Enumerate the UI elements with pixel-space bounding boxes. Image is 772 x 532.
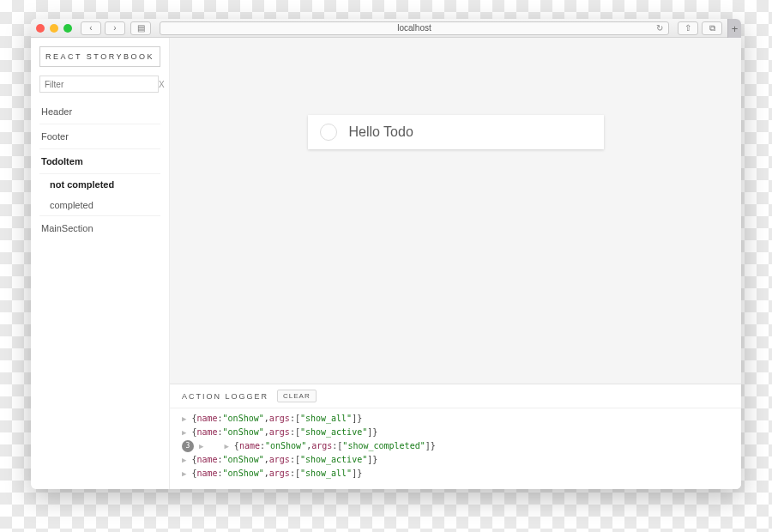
disclosure-triangle-icon[interactable]: ▶ — [224, 439, 228, 453]
close-window-icon[interactable] — [36, 24, 45, 33]
todo-item-card: Hello Todo — [308, 115, 604, 149]
clear-button[interactable]: CLEAR — [277, 390, 317, 402]
log-row[interactable]: ▶{name:"onShow",args:["show_all"]} — [182, 412, 729, 426]
action-logger-header: ACTION LOGGER CLEAR — [170, 384, 741, 408]
filter-input[interactable] — [39, 76, 159, 93]
zoom-window-icon[interactable] — [63, 24, 72, 33]
sidebar-item-todoitem[interactable]: TodoItem — [39, 149, 160, 174]
sidebar-sub-completed[interactable]: completed — [39, 195, 160, 215]
filter-row: X — [39, 76, 160, 93]
titlebar: ‹ › ▤ localhost ↻ ⇧ ⧉ — [31, 19, 727, 38]
new-tab-button[interactable]: + — [727, 19, 741, 38]
log-entry-code: {name:"onShow",args:["show_completed"]} — [234, 439, 436, 453]
address-text: localhost — [397, 23, 431, 33]
log-entry-code: {name:"onShow",args:["show_all"]} — [191, 467, 362, 481]
disclosure-triangle-icon[interactable]: ▶ — [182, 453, 186, 467]
browser-window: ‹ › ▤ localhost ↻ ⇧ ⧉ + REACT STORYBOOK — [31, 19, 741, 489]
log-row[interactable]: ▶{name:"onShow",args:["show_all"]} — [182, 467, 729, 481]
action-logger-panel: ACTION LOGGER CLEAR ▶{name:"onShow",args… — [170, 384, 741, 489]
sidebar-toggle-button[interactable]: ▤ — [130, 21, 151, 35]
reload-icon[interactable]: ↻ — [656, 23, 663, 33]
nav-buttons: ‹ › — [81, 21, 125, 35]
back-button[interactable]: ‹ — [81, 21, 101, 35]
disclosure-triangle-icon[interactable]: ▶ — [199, 439, 203, 453]
titlebar-row: ‹ › ▤ localhost ↻ ⇧ ⧉ + — [31, 19, 741, 38]
sidebar-item-footer[interactable]: Footer — [39, 124, 160, 149]
log-entry-code: {name:"onShow",args:["show_active"]} — [191, 426, 377, 439]
share-button[interactable]: ⇧ — [678, 21, 698, 35]
log-entry-code: {name:"onShow",args:["show_active"]} — [191, 453, 377, 467]
action-logger-title: ACTION LOGGER — [182, 392, 268, 401]
count-badge: 3 — [182, 440, 194, 452]
tabs-button[interactable]: ⧉ — [702, 21, 722, 35]
todo-text: Hello Todo — [349, 124, 413, 140]
minimize-window-icon[interactable] — [50, 24, 58, 33]
log-row[interactable]: 3▶▶{name:"onShow",args:["show_completed"… — [182, 439, 729, 453]
log-row[interactable]: ▶{name:"onShow",args:["show_active"]} — [182, 426, 729, 439]
plus-icon: + — [732, 22, 739, 35]
disclosure-triangle-icon[interactable]: ▶ — [182, 412, 186, 426]
forward-button[interactable]: › — [105, 21, 125, 35]
preview-canvas: Hello Todo — [170, 38, 741, 384]
disclosure-triangle-icon[interactable]: ▶ — [182, 467, 186, 481]
brand-button[interactable]: REACT STORYBOOK — [39, 46, 160, 67]
log-entry-code: {name:"onShow",args:["show_all"]} — [191, 412, 362, 426]
disclosure-triangle-icon[interactable]: ▶ — [182, 426, 186, 439]
todo-checkbox[interactable] — [320, 124, 337, 141]
sidebar-item-header[interactable]: Header — [39, 100, 160, 124]
filter-clear-button[interactable]: X — [159, 80, 165, 89]
address-bar[interactable]: localhost ↻ — [160, 21, 669, 35]
window-controls — [36, 24, 72, 33]
app-content: REACT STORYBOOK X Header Footer TodoItem… — [31, 38, 741, 489]
main-panel: Hello Todo ACTION LOGGER CLEAR ▶{name:"o… — [170, 38, 741, 489]
sidebar-item-mainsection[interactable]: MainSection — [39, 215, 160, 240]
action-logger-body: ▶{name:"onShow",args:["show_all"]}▶{name… — [170, 408, 741, 489]
log-row[interactable]: ▶{name:"onShow",args:["show_active"]} — [182, 453, 729, 467]
storybook-sidebar: REACT STORYBOOK X Header Footer TodoItem… — [31, 38, 170, 489]
sidebar-sub-not-completed[interactable]: not completed — [39, 174, 160, 195]
